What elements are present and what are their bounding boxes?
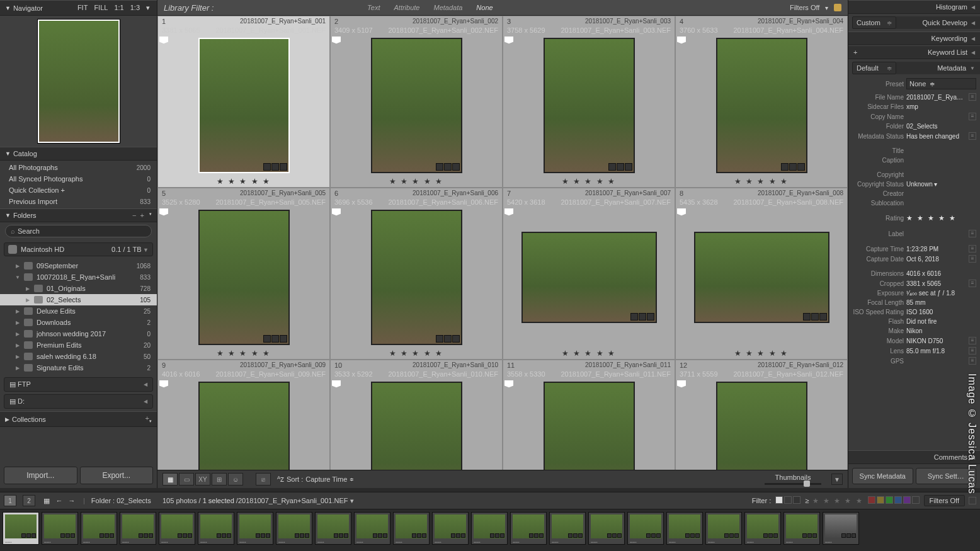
filmstrip-thumb[interactable]: ••••• — [42, 512, 78, 545]
rating-compare-icon[interactable]: ≥ — [805, 497, 809, 504]
metadata-value[interactable]: 3381 x 5065 — [906, 280, 966, 287]
rating-filter[interactable]: ★ ★ ★ ★ ★ — [812, 497, 863, 505]
metadata-value[interactable]: 85.0 mm f/1.8 — [906, 348, 966, 355]
rating-stars[interactable]: ★ ★ ★ ★ ★ — [676, 176, 847, 187]
spray-icon[interactable]: ⎚ — [256, 473, 271, 486]
filmstrip-thumb[interactable]: ••••• — [471, 512, 508, 545]
thumbnail-grid[interactable]: 120181007_E_Ryan+Sanli_0013381 x 5065201… — [157, 16, 848, 470]
thumbnail-slider[interactable] — [765, 483, 821, 485]
folders-header-icons[interactable]: − +▾ — [132, 212, 152, 219]
flag-icon[interactable] — [504, 37, 513, 45]
goto-icon[interactable]: ≡ — [969, 132, 976, 140]
compare-view-icon[interactable]: XY — [195, 473, 210, 486]
filmstrip-thumb[interactable]: ••••• — [627, 512, 664, 545]
filmstrip-thumb[interactable]: ••••• — [120, 512, 156, 545]
folder-item[interactable]: ▼10072018_E_Ryan+Sanli833 — [0, 271, 157, 283]
export-button[interactable]: Export... — [80, 467, 154, 484]
library-filter-tabs[interactable]: Text Attribute Metadata None — [363, 3, 497, 13]
keywording-header[interactable]: Keywording — [848, 31, 980, 45]
metadata-value[interactable]: Nikon — [906, 327, 976, 334]
rating-stars[interactable]: ★ ★ ★ ★ ★ — [676, 348, 847, 359]
metadata-value[interactable]: 02_Selects — [906, 123, 976, 130]
flag-icon[interactable] — [332, 37, 341, 45]
metadata-value[interactable]: 1:23:28 PM — [906, 246, 966, 253]
filmstrip-thumb[interactable]: ••••• — [81, 512, 117, 545]
metadata-preset-dropdown[interactable]: Default — [852, 62, 896, 74]
grid-cell[interactable]: 820181007_E_Ryan+Sanli_0085435 x 3628201… — [675, 188, 848, 360]
navigator-header[interactable]: ▼Navigator FITFILL1:11:3▾ — [0, 0, 157, 16]
keyword-list-header[interactable]: Keyword List — [862, 46, 980, 59]
filter-attribute[interactable]: Attribute — [390, 3, 424, 13]
loupe-view-icon[interactable]: ▭ — [179, 473, 194, 486]
thumbnail-image[interactable] — [198, 210, 290, 345]
filters-off-label[interactable]: Filters Off — [790, 4, 819, 11]
keyword-add-icon[interactable]: + — [848, 46, 862, 59]
filters-off-dropdown[interactable]: Filters Off — [924, 495, 965, 506]
folder-item[interactable]: ▶Premium Edits20 — [0, 339, 157, 351]
filmstrip-thumb[interactable]: ••••• — [666, 512, 703, 545]
thumbnail-size[interactable]: Thumbnails — [765, 474, 821, 485]
catalog-item[interactable]: All Photographs2000 — [0, 162, 157, 173]
rating-stars[interactable]: ★ ★ ★ ★ ★ — [503, 176, 675, 187]
goto-icon[interactable]: ≡ — [969, 280, 976, 287]
comments-header[interactable]: Comments — [848, 450, 980, 464]
thumbnail-image[interactable] — [371, 382, 462, 470]
metadata-value[interactable]: ★ ★ ★ ★ ★ — [906, 214, 976, 222]
metadata-value[interactable]: NIKON D750 — [906, 338, 966, 344]
folder-item[interactable]: ▶johnson wedding 20170 — [0, 328, 157, 339]
catalog-item[interactable]: Quick Collection +0 — [0, 185, 157, 196]
people-view-icon[interactable]: ☺ — [228, 473, 243, 486]
thumbnail-image[interactable] — [371, 38, 462, 173]
filmstrip-thumb[interactable]: ••••• — [276, 512, 312, 545]
flag-icon[interactable] — [677, 208, 686, 217]
folder-item[interactable]: ▶Deluxe Edits25 — [0, 305, 157, 317]
filmstrip-thumb[interactable]: ••••• — [549, 512, 586, 545]
filmstrip-thumb[interactable]: ••••• — [432, 512, 469, 545]
window-1-icon[interactable]: 1 — [4, 495, 16, 506]
goto-icon[interactable]: ≡ — [969, 337, 976, 344]
breadcrumb[interactable]: Folder : 02_Selects 105 photos / 1 selec… — [91, 497, 354, 505]
sort-value[interactable]: Capture Time — [305, 475, 347, 483]
qd-preset-dropdown[interactable]: Custom — [852, 16, 896, 29]
navigator-preview[interactable] — [0, 16, 157, 147]
thumbnail-image[interactable] — [694, 232, 829, 323]
metadata-value[interactable]: 85 mm — [906, 299, 976, 306]
metadata-value[interactable]: xmp — [906, 103, 976, 110]
filmstrip-thumb[interactable]: ••••• — [393, 512, 430, 545]
flag-icon[interactable] — [159, 380, 168, 389]
goto-icon[interactable]: ≡ — [969, 113, 976, 120]
filmstrip[interactable]: ••••••••••••••••••••••••••••••••••••••••… — [0, 509, 980, 551]
filter-text[interactable]: Text — [363, 3, 384, 13]
grid-cell[interactable]: 220181007_E_Ryan+Sanli_0023409 x 5107201… — [330, 16, 503, 188]
flag-icon[interactable] — [332, 208, 341, 217]
goto-icon[interactable]: ≡ — [969, 255, 976, 263]
goto-icon[interactable]: ≡ — [969, 245, 976, 253]
sync-metadata-button[interactable]: Sync Metadata — [852, 468, 913, 484]
thumbnail-image[interactable] — [371, 210, 462, 345]
goto-icon[interactable]: ≡ — [969, 230, 976, 237]
metadata-header[interactable]: Metadata — [896, 62, 980, 74]
filter-metadata[interactable]: Metadata — [430, 3, 466, 13]
filter-none[interactable]: None — [472, 3, 496, 13]
filmstrip-thumb[interactable]: ••••• — [315, 512, 351, 545]
metadata-value[interactable]: Has been changed — [906, 133, 966, 140]
flag-icon[interactable] — [159, 37, 168, 45]
goto-icon[interactable]: ≡ — [969, 93, 976, 101]
grid-cell[interactable]: 1220181007_E_Ryan+Sanli_0123711 x 555920… — [675, 360, 848, 470]
metadata-value[interactable]: ¹⁄₄₀₀ sec at ƒ / 1.8 — [906, 290, 976, 297]
grid-cell[interactable]: 320181007_E_Ryan+Sanli_0033758 x 5629201… — [503, 16, 675, 188]
thumbnail-image[interactable] — [544, 382, 635, 470]
catalog-header[interactable]: ▼Catalog — [0, 147, 157, 161]
folder-item[interactable]: ▶09September1068 — [0, 260, 157, 271]
grid-cell[interactable]: 1120181007_E_Ryan+Sanli_0113558 x 533020… — [503, 360, 675, 470]
filmstrip-thumb[interactable]: ••••• — [783, 512, 820, 545]
filmstrip-thumb[interactable]: ••••• — [354, 512, 390, 545]
flag-filter-icons[interactable] — [775, 496, 801, 505]
grid-cell[interactable]: 920181007_E_Ryan+Sanli_0094016 x 6016201… — [157, 360, 330, 470]
histogram-header[interactable]: Histogram — [848, 0, 980, 14]
filmstrip-thumb[interactable]: ••••• — [705, 512, 742, 545]
secondary-nav-icons[interactable]: ▦←→ — [42, 497, 77, 505]
filmstrip-thumb[interactable]: ••••• — [823, 512, 859, 545]
filmstrip-thumb[interactable]: ••••• — [237, 512, 273, 545]
metadata-value[interactable]: 4016 x 6016 — [906, 270, 976, 277]
